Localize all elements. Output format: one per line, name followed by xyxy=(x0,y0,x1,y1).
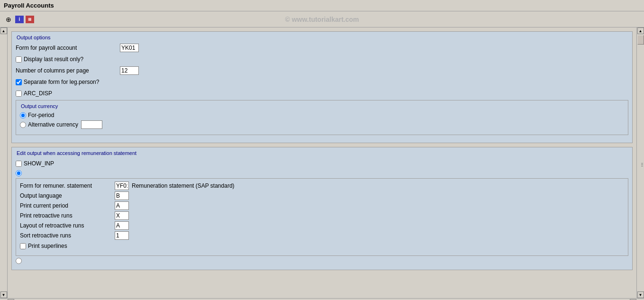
show-inp-label: SHOW_INP xyxy=(24,160,54,167)
scroll-up-btn[interactable]: ▲ xyxy=(637,27,644,34)
print-current-period-input[interactable] xyxy=(115,201,129,210)
currency-group-title: Output currency xyxy=(20,103,624,109)
show-inp-checkbox[interactable] xyxy=(16,161,22,167)
sort-retroactive-label: Sort retroactive runs xyxy=(20,232,115,239)
sort-retroactive-input[interactable] xyxy=(115,231,129,240)
display-last-result-label: Display last result only? xyxy=(24,56,83,63)
separate-form-checkbox[interactable] xyxy=(16,79,22,85)
toolbar-icons: ⊕ i ▦ xyxy=(4,15,34,24)
output-language-input[interactable] xyxy=(115,191,129,200)
scroll-down-left-btn[interactable]: ▼ xyxy=(0,291,7,298)
scroll-up-left-btn[interactable]: ▲ xyxy=(0,27,7,34)
info-icon[interactable]: i xyxy=(15,16,24,23)
print-current-period-row: Print current period xyxy=(20,201,624,210)
output-options-group: Output options Form for payroll account … xyxy=(11,31,633,143)
alt-currency-row: Alternative currency xyxy=(20,120,624,129)
print-retroactive-label: Print retroactive runs xyxy=(20,212,115,219)
form-payroll-label: Form for payroll account xyxy=(16,45,120,51)
print-retroactive-row: Print retroactive runs xyxy=(20,211,624,220)
scroll-thumb[interactable] xyxy=(637,35,644,45)
page-title: Payroll Accounts xyxy=(4,2,54,9)
watermark: © www.tutorialkart.com xyxy=(285,16,359,23)
remuneration-group-title: Edit output when accessing remuneration … xyxy=(16,150,628,156)
output-options-title: Output options xyxy=(16,35,628,40)
for-period-radio[interactable] xyxy=(20,112,26,118)
arc-disp-label: ARC_DISP xyxy=(24,90,52,97)
form-remuner-row: Form for remuner. statement Remuneration… xyxy=(20,182,624,190)
scroll-track-right xyxy=(637,34,644,291)
title-bar: Payroll Accounts xyxy=(0,0,644,11)
left-scrollbar: ▲ ▼ xyxy=(0,27,8,298)
output-language-label: Output language xyxy=(20,192,115,199)
print-current-period-label: Print current period xyxy=(20,202,115,209)
form-remuner-input[interactable] xyxy=(115,182,129,190)
separate-form-row: Separate form for leg.person? xyxy=(16,77,628,87)
bottom-scrollbar: ◄ ► xyxy=(0,298,644,300)
layout-retroactive-label: Layout of retroactive runs xyxy=(20,222,115,229)
print-superlines-label: Print superlines xyxy=(28,243,67,249)
right-scrollbar: ▲ ▼ xyxy=(636,27,644,298)
form-remuner-desc: Remuneration statement (SAP standard) xyxy=(132,182,235,189)
arc-disp-checkbox[interactable] xyxy=(16,91,22,97)
form-payroll-input[interactable] xyxy=(120,44,139,52)
currency-group: Output currency For-period Alternative c… xyxy=(16,100,628,135)
alt-currency-input[interactable] xyxy=(81,120,102,129)
output-language-row: Output language xyxy=(20,191,624,200)
alt-currency-label: Alternative currency xyxy=(28,121,78,128)
radio-bottom-row xyxy=(16,258,628,264)
columns-per-page-row: Number of columns per page xyxy=(16,66,628,75)
radio-top-row xyxy=(16,170,628,176)
nested-remuner-group: Form for remuner. statement Remuneration… xyxy=(16,178,628,256)
back-icon[interactable]: ⊕ xyxy=(4,15,13,24)
layout-retroactive-row: Layout of retroactive runs xyxy=(20,221,624,230)
remuneration-group: Edit output when accessing remuneration … xyxy=(11,147,633,270)
print-superlines-checkbox[interactable] xyxy=(20,243,26,249)
info-icon-text: i xyxy=(19,17,20,22)
layout-retroactive-input[interactable] xyxy=(115,221,129,230)
resize-handle xyxy=(641,163,643,166)
layout-icon[interactable]: ▦ xyxy=(26,16,34,23)
show-inp-row: SHOW_INP xyxy=(16,159,628,168)
arc-disp-row: ARC_DISP xyxy=(16,89,628,98)
scroll-down-btn[interactable]: ▼ xyxy=(637,291,644,298)
columns-per-page-label: Number of columns per page xyxy=(16,67,120,74)
print-retroactive-input[interactable] xyxy=(115,211,129,220)
main-area: ▲ ▼ Output options Form for payroll acco… xyxy=(0,27,644,298)
separate-form-label: Separate form for leg.person? xyxy=(24,79,99,85)
toolbar: ⊕ i ▦ © www.tutorialkart.com xyxy=(0,11,644,27)
form-payroll-row: Form for payroll account xyxy=(16,43,628,53)
remuner-radio-top[interactable] xyxy=(16,170,22,176)
layout-icon-symbol: ▦ xyxy=(28,17,32,21)
form-remuner-label: Form for remuner. statement xyxy=(20,182,115,189)
for-period-row: For-period xyxy=(20,112,624,118)
columns-per-page-input[interactable] xyxy=(120,66,139,75)
print-superlines-row: Print superlines xyxy=(20,241,624,251)
for-period-label: For-period xyxy=(28,112,54,118)
display-last-result-checkbox[interactable] xyxy=(16,56,22,63)
sort-retroactive-row: Sort retroactive runs xyxy=(20,231,624,240)
alt-currency-radio[interactable] xyxy=(20,122,26,128)
content-area: Output options Form for payroll account … xyxy=(8,27,636,298)
display-last-result-row: Display last result only? xyxy=(16,55,628,64)
remuner-radio-bottom[interactable] xyxy=(16,258,22,264)
